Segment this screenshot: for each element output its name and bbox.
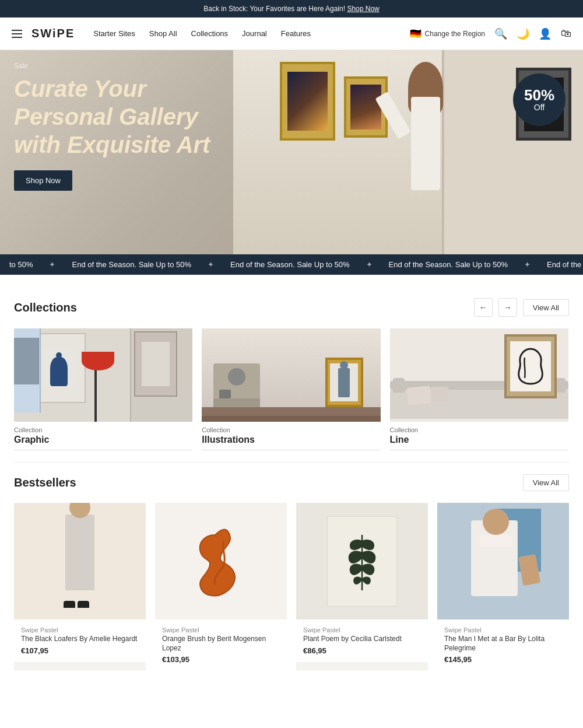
collections-prev-button[interactable]: ← xyxy=(474,298,493,317)
product-name-1: Orange Brush by Berit Mogensen Lopez xyxy=(162,635,280,653)
product-card-0[interactable]: Swipe Pastel The Black Loafers By Amelie… xyxy=(14,503,146,671)
marquee-item-4: End of the Season. Sale Up to 50% xyxy=(380,260,518,269)
discount-off-label: Off xyxy=(534,103,545,112)
product-name-2: Plant Poem by Cecilia Carlstedt xyxy=(303,635,421,644)
marquee-item-3: End of the Season. Sale Up to 50% xyxy=(221,260,359,269)
cart-icon[interactable]: 🛍 xyxy=(561,27,571,40)
bestsellers-title: Bestsellers xyxy=(14,476,523,489)
announcement-link[interactable]: Shop Now xyxy=(347,5,379,13)
moon-icon[interactable]: 🌙 xyxy=(517,27,529,40)
discount-badge: 50% Off xyxy=(513,74,566,126)
collections-title: Collections xyxy=(14,301,474,314)
nav-right: 🇩🇪 Change the Region 🔍 🌙 👤 🛍 xyxy=(410,27,571,40)
product-card-2[interactable]: Swipe Pastel Plant Poem by Cecilia Carls… xyxy=(296,503,428,671)
marquee-item-5: End of the Season. Sale Up to 50% xyxy=(538,260,583,269)
hero-content: Sale Curate Your Personal Gallery with E… xyxy=(0,50,245,202)
product-brand-0: Swipe Pastel xyxy=(21,626,139,634)
collection-label-1: Collection xyxy=(202,426,380,433)
collection-name-0: Graphic xyxy=(14,435,192,450)
product-info-2: Swipe Pastel Plant Poem by Cecilia Carls… xyxy=(296,620,428,662)
product-price-2: €86,95 xyxy=(303,646,421,655)
shop-now-button[interactable]: Shop Now xyxy=(14,170,72,191)
collections-view-all-button[interactable]: View All xyxy=(523,299,569,316)
nav-links: Starter Sites Shop All Collections Journ… xyxy=(93,29,409,38)
collection-img-illustrations xyxy=(202,328,380,422)
collection-card-illustrations[interactable]: Collection Illustrations xyxy=(202,328,380,450)
marquee-inner: to 50% ✦ End of the Season. Sale Up to 5… xyxy=(0,260,583,269)
product-price-3: €145,95 xyxy=(444,655,562,664)
collections-header: Collections ← → View All xyxy=(14,298,569,317)
search-icon[interactable]: 🔍 xyxy=(494,27,507,40)
collections-section: Collections ← → View All xyxy=(0,275,583,462)
product-brand-3: Swipe Pastel xyxy=(444,626,562,634)
hero-title: Curate Your Personal Gallery with Exquis… xyxy=(14,75,231,159)
product-brand-1: Swipe Pastel xyxy=(162,626,280,634)
collection-label-0: Collection xyxy=(14,426,192,433)
product-price-0: €107,95 xyxy=(21,646,139,655)
product-name-0: The Black Loafers By Amelie Hegardt xyxy=(21,635,139,644)
announcement-bar: Back in Stock: Your Favorites are Here A… xyxy=(0,0,583,18)
bestsellers-view-all-button[interactable]: View All xyxy=(523,474,569,491)
nav-collections[interactable]: Collections xyxy=(191,29,229,38)
collection-card-line[interactable]: Collection Line xyxy=(390,328,568,450)
nav-journal[interactable]: Journal xyxy=(242,29,267,38)
collection-name-1: Illustrations xyxy=(202,435,380,450)
announcement-text: Back in Stock: Your Favorites are Here A… xyxy=(203,5,347,13)
marquee-item-1: to 50% xyxy=(0,260,42,269)
hero-sale-badge: Sale xyxy=(14,62,231,70)
collections-grid: Collection Graphic xyxy=(14,328,569,450)
hero-section: Sale Curate Your Personal Gallery with E… xyxy=(0,50,583,254)
product-img-3 xyxy=(437,503,569,620)
nav-features[interactable]: Features xyxy=(281,29,311,38)
flag-icon: 🇩🇪 xyxy=(410,28,422,39)
marquee-bar: to 50% ✦ End of the Season. Sale Up to 5… xyxy=(0,254,583,275)
navigation: SWiPE Starter Sites Shop All Collections… xyxy=(0,18,583,50)
nav-shop-all[interactable]: Shop All xyxy=(149,29,177,38)
collection-img-line xyxy=(390,328,568,422)
collection-card-graphic[interactable]: Collection Graphic xyxy=(14,328,192,450)
product-brand-2: Swipe Pastel xyxy=(303,626,421,634)
hamburger-menu[interactable] xyxy=(12,30,22,38)
product-info-0: Swipe Pastel The Black Loafers By Amelie… xyxy=(14,620,146,662)
marquee-item-2: End of the Season. Sale Up to 50% xyxy=(62,260,201,269)
account-icon[interactable]: 👤 xyxy=(539,27,552,40)
product-info-3: Swipe Pastel The Man I Met at a Bar By L… xyxy=(437,620,569,671)
product-img-0 xyxy=(14,503,146,620)
collections-nav: ← → View All xyxy=(474,298,569,317)
products-grid: Swipe Pastel The Black Loafers By Amelie… xyxy=(14,503,569,671)
bestsellers-section: Bestsellers View All xyxy=(0,463,583,694)
collections-next-button[interactable]: → xyxy=(498,298,517,317)
region-label: Change the Region xyxy=(425,30,485,38)
discount-percent: 50% xyxy=(524,88,554,103)
product-card-1[interactable]: Swipe Pastel Orange Brush by Berit Mogen… xyxy=(155,503,287,671)
product-name-3: The Man I Met at a Bar By Lolita Pelegri… xyxy=(444,635,562,653)
collection-img-graphic xyxy=(14,328,192,422)
collection-name-2: Line xyxy=(390,435,568,450)
product-card-3[interactable]: Swipe Pastel The Man I Met at a Bar By L… xyxy=(437,503,569,671)
logo[interactable]: SWiPE xyxy=(31,27,75,40)
collection-label-2: Collection xyxy=(390,426,568,433)
nav-starter-sites[interactable]: Starter Sites xyxy=(93,29,135,38)
product-price-1: €103,95 xyxy=(162,655,280,664)
product-img-1 xyxy=(155,503,287,620)
bestsellers-header: Bestsellers View All xyxy=(14,474,569,491)
product-info-1: Swipe Pastel Orange Brush by Berit Mogen… xyxy=(155,620,287,671)
product-img-2 xyxy=(296,503,428,620)
region-selector[interactable]: 🇩🇪 Change the Region xyxy=(410,28,485,39)
